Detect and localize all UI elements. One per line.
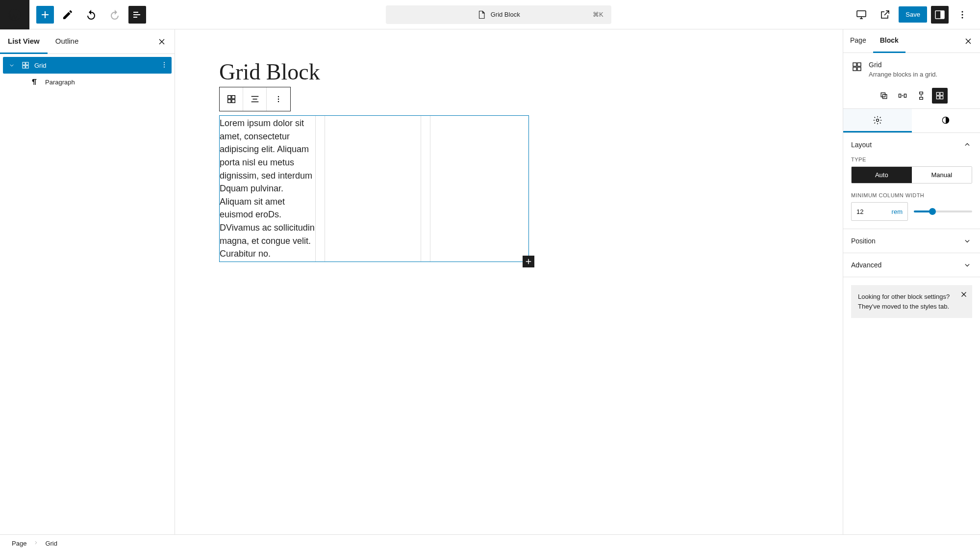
min-width-input[interactable] [856, 208, 876, 215]
page-title[interactable]: Grid Block [219, 59, 813, 85]
grid-icon [21, 60, 30, 70]
view-button[interactable] [852, 5, 871, 25]
settings-sidebar: Page Block Grid Arrange blocks in a grid… [843, 29, 980, 534]
inspector-tabs [843, 108, 980, 133]
block-variations [843, 86, 980, 108]
chevron-up-icon [962, 140, 972, 150]
block-title: Grid [869, 61, 937, 69]
wordpress-logo[interactable] [0, 0, 29, 29]
grid-block[interactable]: Lorem ipsum dolor sit amet, consectetur … [219, 115, 529, 262]
page-icon [477, 10, 486, 19]
layout-type-toggle: Auto Manual [851, 166, 972, 184]
block-inserter-button[interactable] [36, 6, 54, 24]
settings-sidebar-toggle[interactable] [931, 6, 949, 24]
tree-item-options[interactable] [160, 60, 169, 71]
preview-button[interactable] [875, 5, 895, 25]
min-width-label: Minimum column width [851, 192, 972, 198]
document-title: Grid Block [491, 11, 520, 18]
grid-gap [421, 116, 430, 262]
paragraph-block[interactable]: Lorem ipsum dolor sit amet, consectetur … [220, 117, 315, 261]
block-toolbar [219, 87, 291, 111]
tree-item-grid[interactable]: Grid [3, 57, 172, 74]
grid-cell[interactable] [325, 116, 421, 262]
panel-advanced: Advanced [843, 253, 980, 277]
block-description: Arrange blocks in a grid. [869, 71, 937, 78]
notice-text: Looking for other block settings? They'v… [858, 293, 950, 310]
panel-title: Advanced [851, 261, 881, 269]
chevron-right-icon [32, 539, 39, 548]
add-block-button[interactable] [523, 256, 534, 267]
block-options-button[interactable] [267, 87, 290, 111]
min-width-input-group: rem [851, 202, 908, 221]
chevron-down-icon[interactable] [7, 61, 17, 69]
chevron-down-icon [962, 260, 972, 270]
grid-cell[interactable] [430, 116, 526, 262]
unit-selector[interactable]: rem [892, 208, 903, 215]
options-button[interactable] [953, 5, 972, 25]
grid-icon [851, 61, 863, 73]
document-overview-button[interactable] [128, 6, 146, 24]
tab-block[interactable]: Block [873, 29, 905, 53]
tree-item-label: Grid [34, 62, 47, 69]
close-settings-button[interactable] [961, 34, 975, 48]
tab-settings[interactable] [843, 109, 912, 132]
tab-list-view[interactable]: List View [0, 29, 48, 54]
panel-position-header[interactable]: Position [843, 229, 980, 253]
document-title-bar[interactable]: Grid Block ⌘K [386, 5, 611, 24]
block-type-button[interactable] [220, 87, 243, 111]
panel-title: Position [851, 237, 876, 245]
block-breadcrumb: Page Grid [0, 534, 980, 552]
chevron-down-icon [962, 236, 972, 246]
layout-auto-button[interactable]: Auto [852, 167, 912, 183]
tree-item-label: Paragraph [45, 79, 75, 86]
variation-stack[interactable] [913, 88, 929, 104]
redo-button[interactable] [105, 5, 125, 25]
paragraph-icon [29, 77, 39, 87]
panel-title: Layout [851, 141, 872, 149]
tab-page[interactable]: Page [843, 29, 873, 53]
styles-notice: Looking for other block settings? They'v… [851, 285, 972, 318]
tree-item-paragraph[interactable]: Paragraph [3, 74, 172, 90]
panel-advanced-header[interactable]: Advanced [843, 253, 980, 277]
variation-grid[interactable] [932, 88, 948, 104]
dismiss-notice-button[interactable] [959, 290, 968, 300]
breadcrumb-page[interactable]: Page [12, 540, 26, 547]
grid-gap [315, 116, 325, 262]
command-shortcut: ⌘K [593, 11, 603, 18]
variation-row[interactable] [895, 88, 910, 104]
document-overview-panel: List View Outline Grid Paragraph [0, 29, 175, 534]
align-button[interactable] [243, 87, 267, 111]
variation-group[interactable] [876, 88, 892, 104]
breadcrumb-grid[interactable]: Grid [45, 540, 57, 547]
min-width-slider[interactable] [914, 210, 972, 212]
close-overview-button[interactable] [155, 35, 169, 49]
editor-canvas[interactable]: Grid Block Lorem ipsum dolor sit amet, c… [175, 29, 843, 534]
top-toolbar: Grid Block ⌘K Save [0, 0, 980, 29]
panel-layout-header[interactable]: Layout [843, 133, 980, 157]
type-label: Type [851, 157, 972, 162]
save-button[interactable]: Save [899, 6, 927, 23]
panel-position: Position [843, 229, 980, 253]
block-card: Grid Arrange blocks in a grid. [843, 53, 980, 86]
grid-cell[interactable]: Lorem ipsum dolor sit amet, consectetur … [220, 116, 315, 262]
tab-outline[interactable]: Outline [48, 29, 87, 54]
layout-manual-button[interactable]: Manual [912, 167, 972, 183]
undo-button[interactable] [81, 5, 101, 25]
panel-layout: Layout Type Auto Manual Minimum column w… [843, 133, 980, 229]
tools-button[interactable] [58, 5, 77, 25]
tab-styles[interactable] [912, 109, 980, 132]
